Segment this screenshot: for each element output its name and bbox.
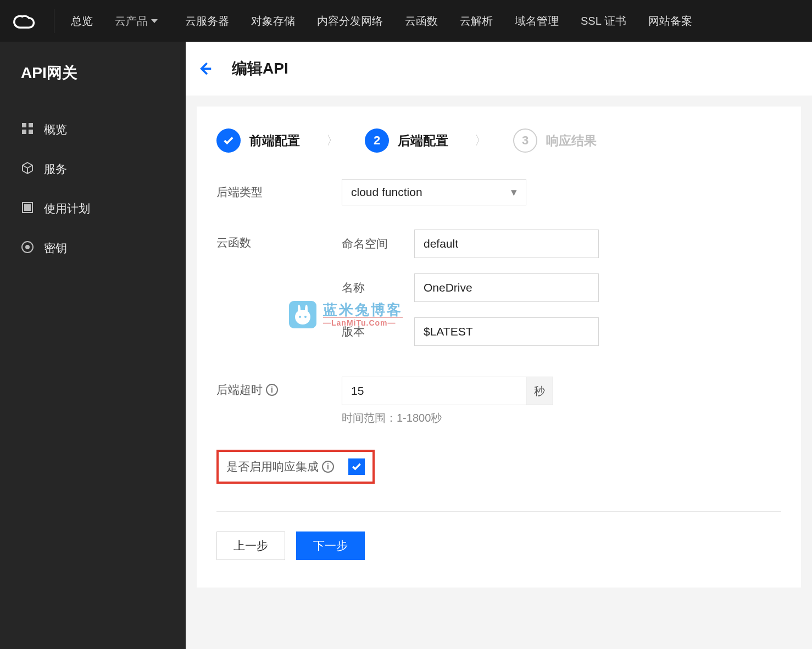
chevron-down-icon: ▾ [511, 186, 517, 199]
row-backend-type: 后端类型 cloud function ▾ [216, 179, 781, 205]
top-nav: 总览 云产品 云服务器 对象存储 内容分发网络 云函数 云解析 域名管理 SSL… [0, 0, 812, 42]
plan-icon [21, 201, 34, 216]
input-namespace[interactable] [414, 230, 599, 258]
sidebar-item-label: 密钥 [44, 240, 67, 256]
cube-icon [21, 161, 34, 177]
steps: 前端配置 〉 2 后端配置 〉 3 响应结果 [216, 128, 781, 153]
form-card: 前端配置 〉 2 后端配置 〉 3 响应结果 后端类型 cloud functi… [197, 107, 801, 588]
chevron-down-icon [151, 19, 158, 23]
label-name: 名称 [342, 280, 399, 295]
step-2-circle: 2 [365, 128, 389, 153]
sidebar-item-usage-plan[interactable]: 使用计划 [0, 189, 186, 228]
svg-point-7 [26, 245, 29, 249]
step-3[interactable]: 3 响应结果 [513, 128, 597, 153]
row-version: 版本 [342, 317, 599, 346]
label-backend-type: 后端类型 [216, 179, 342, 200]
row-name: 名称 [342, 273, 599, 302]
sidebar-item-label: 概览 [44, 122, 67, 137]
sidebar-title: API网关 [0, 57, 186, 110]
step-2-label: 后端配置 [398, 132, 448, 149]
input-timeout[interactable] [342, 377, 526, 405]
row-cloud-function: 云函数 命名空间 名称 版本 [216, 230, 781, 346]
nav-domain[interactable]: 域名管理 [515, 14, 559, 29]
chevron-right-icon: 〉 [326, 132, 338, 149]
dashboard-icon [21, 122, 34, 137]
timeout-hint: 时间范围：1-1800秒 [342, 411, 553, 426]
row-namespace: 命名空间 [342, 230, 599, 258]
label-response-integration: 是否启用响应集成 i [226, 459, 334, 474]
sidebar: API网关 概览 服务 使用计划 密钥 [0, 42, 186, 649]
input-name[interactable] [414, 273, 599, 302]
step-3-circle: 3 [513, 128, 537, 153]
sidebar-item-service[interactable]: 服务 [0, 149, 186, 189]
select-backend-type[interactable]: cloud function ▾ [342, 179, 526, 205]
back-button[interactable] [197, 60, 213, 77]
label-namespace: 命名空间 [342, 236, 399, 251]
sidebar-item-key[interactable]: 密钥 [0, 228, 186, 268]
highlight-box: 是否启用响应集成 i [216, 450, 375, 484]
step-3-label: 响应结果 [546, 132, 597, 149]
main-content: 编辑API 前端配置 〉 2 后端配置 〉 3 响应结果 [186, 42, 812, 649]
label-timeout: 后端超时 i [216, 377, 342, 398]
input-version[interactable] [414, 317, 599, 346]
nav-cos[interactable]: 对象存储 [251, 14, 295, 29]
svg-rect-0 [22, 123, 26, 127]
key-icon [21, 240, 34, 256]
timeout-unit: 秒 [526, 377, 553, 405]
row-response-integration: 是否启用响应集成 i [216, 450, 781, 484]
step-1-circle [216, 128, 241, 153]
sidebar-item-label: 服务 [44, 161, 67, 177]
step-2[interactable]: 2 后端配置 [365, 128, 448, 153]
row-timeout: 后端超时 i 秒 时间范围：1-1800秒 [216, 377, 781, 426]
svg-rect-1 [29, 123, 33, 127]
chevron-right-icon: 〉 [475, 132, 487, 149]
nav-scf[interactable]: 云函数 [405, 14, 438, 29]
nav-beian[interactable]: 网站备案 [648, 14, 692, 29]
label-version: 版本 [342, 324, 399, 339]
label-cloud-function: 云函数 [216, 230, 342, 250]
sidebar-item-overview[interactable]: 概览 [0, 110, 186, 149]
svg-rect-5 [25, 205, 30, 210]
timeout-input-group: 秒 [342, 377, 553, 405]
page-title: 编辑API [232, 58, 288, 79]
nav-separator [54, 9, 54, 33]
step-1-label: 前端配置 [249, 132, 300, 149]
step-1[interactable]: 前端配置 [216, 128, 300, 153]
prev-button[interactable]: 上一步 [216, 531, 285, 560]
info-icon[interactable]: i [266, 384, 278, 396]
svg-rect-3 [29, 130, 33, 134]
logo-icon [11, 8, 37, 34]
checkbox-response-integration[interactable] [348, 458, 365, 475]
sidebar-item-label: 使用计划 [44, 201, 90, 216]
nav-dns[interactable]: 云解析 [460, 14, 493, 29]
select-backend-type-value: cloud function [351, 186, 422, 199]
nav-cloud-products-label: 云产品 [115, 14, 148, 29]
divider [216, 511, 781, 512]
nav-ssl[interactable]: SSL 证书 [581, 14, 626, 29]
nav-overview[interactable]: 总览 [71, 14, 93, 29]
button-row: 上一步 下一步 [216, 531, 781, 560]
nav-cdn[interactable]: 内容分发网络 [317, 14, 383, 29]
svg-rect-2 [22, 130, 26, 134]
page-header: 编辑API [186, 42, 812, 96]
nav-cloud-products[interactable]: 云产品 [115, 14, 158, 29]
nav-cvm[interactable]: 云服务器 [185, 14, 229, 29]
next-button[interactable]: 下一步 [296, 531, 365, 560]
info-icon[interactable]: i [322, 461, 334, 473]
